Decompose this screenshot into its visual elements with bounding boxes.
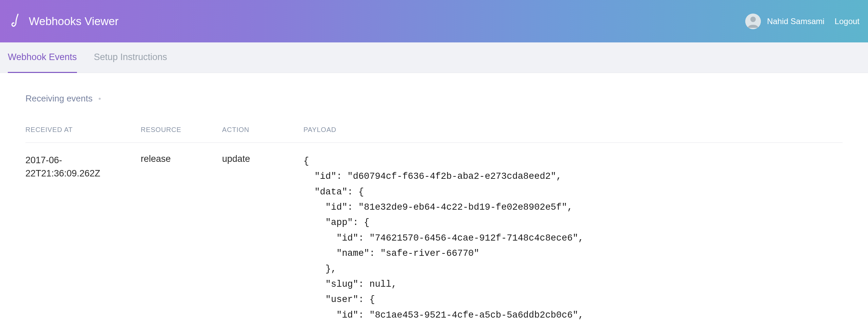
status-text: Receiving events bbox=[25, 93, 93, 104]
user-section[interactable]: Nahid Samsami bbox=[745, 14, 824, 29]
events-table: RECEIVED AT RESOURCE ACTION PAYLOAD 2017… bbox=[25, 126, 843, 322]
logout-link[interactable]: Logout bbox=[835, 17, 860, 26]
th-received-at: RECEIVED AT bbox=[25, 126, 141, 134]
app-header: Webhooks Viewer Nahid Samsami Logout bbox=[0, 0, 868, 42]
cell-payload: { "id": "d60794cf-f636-4f2b-aba2-e273cda… bbox=[303, 154, 843, 322]
status-indicator-dot bbox=[99, 98, 101, 100]
main-content: Receiving events RECEIVED AT RESOURCE AC… bbox=[0, 73, 868, 322]
svg-point-1 bbox=[750, 17, 756, 22]
tab-setup-instructions[interactable]: Setup Instructions bbox=[94, 42, 167, 73]
table-header-row: RECEIVED AT RESOURCE ACTION PAYLOAD bbox=[25, 126, 843, 143]
tab-webhook-events[interactable]: Webhook Events bbox=[8, 42, 77, 73]
th-payload: PAYLOAD bbox=[303, 126, 843, 134]
status-row: Receiving events bbox=[25, 93, 843, 104]
avatar bbox=[745, 14, 761, 29]
hook-icon bbox=[8, 13, 22, 30]
cell-resource: release bbox=[141, 154, 222, 322]
th-resource: RESOURCE bbox=[141, 126, 222, 134]
user-name: Nahid Samsami bbox=[767, 17, 824, 26]
header-right: Nahid Samsami Logout bbox=[745, 14, 860, 29]
tabs-nav: Webhook Events Setup Instructions bbox=[0, 42, 868, 73]
cell-action: update bbox=[222, 154, 303, 322]
header-left: Webhooks Viewer bbox=[8, 13, 119, 30]
cell-received-at: 2017-06-22T21:36:09.262Z bbox=[25, 154, 141, 322]
table-row: 2017-06-22T21:36:09.262Z release update … bbox=[25, 143, 843, 322]
th-action: ACTION bbox=[222, 126, 303, 134]
app-title: Webhooks Viewer bbox=[29, 15, 119, 28]
